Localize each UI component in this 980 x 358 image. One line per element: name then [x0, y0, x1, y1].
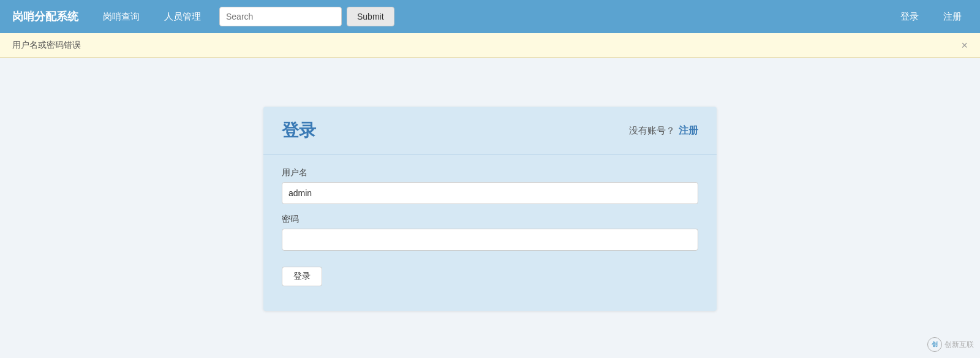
navbar-link-personnel[interactable]: 人员管理 [158, 8, 207, 26]
watermark: 创 创新互联 [927, 337, 974, 352]
navbar-search: Submit [219, 7, 394, 26]
password-group: 密码 [282, 214, 698, 251]
register-hint-text: 没有账号？ [629, 125, 675, 137]
register-hint-area: 没有账号？ 注册 [629, 124, 698, 137]
login-button[interactable]: 登录 [282, 267, 322, 286]
navbar-brand: 岗哨分配系统 [12, 9, 78, 24]
register-card-link[interactable]: 注册 [679, 124, 698, 137]
username-label: 用户名 [282, 167, 698, 178]
alert-text: 用户名或密码错误 [12, 40, 81, 51]
register-link[interactable]: 注册 [937, 8, 968, 26]
main-content: 登录 没有账号？ 注册 用户名 密码 登录 [0, 58, 980, 358]
username-group: 用户名 [282, 167, 698, 204]
password-input[interactable] [282, 229, 698, 251]
watermark-icon-text: 创 [932, 340, 938, 349]
login-card: 登录 没有账号？ 注册 用户名 密码 登录 [263, 107, 717, 311]
alert-bar: 用户名或密码错误 × [0, 33, 980, 58]
navbar-right: 登录 注册 [894, 8, 968, 26]
watermark-icon: 创 [927, 337, 942, 352]
watermark-text: 创新互联 [944, 340, 974, 350]
login-card-header: 登录 没有账号？ 注册 [263, 107, 717, 155]
submit-button[interactable]: Submit [347, 7, 394, 26]
login-title: 登录 [282, 119, 316, 142]
navbar-links: 岗哨查询 人员管理 [97, 8, 207, 26]
navbar: 岗哨分配系统 岗哨查询 人员管理 Submit 登录 注册 [0, 0, 980, 33]
password-label: 密码 [282, 214, 698, 225]
search-input[interactable] [219, 7, 342, 26]
username-input[interactable] [282, 182, 698, 204]
navbar-link-gangshao[interactable]: 岗哨查询 [97, 8, 146, 26]
alert-close-button[interactable]: × [961, 40, 968, 51]
login-link[interactable]: 登录 [894, 8, 925, 26]
login-body: 用户名 密码 登录 [263, 155, 717, 292]
